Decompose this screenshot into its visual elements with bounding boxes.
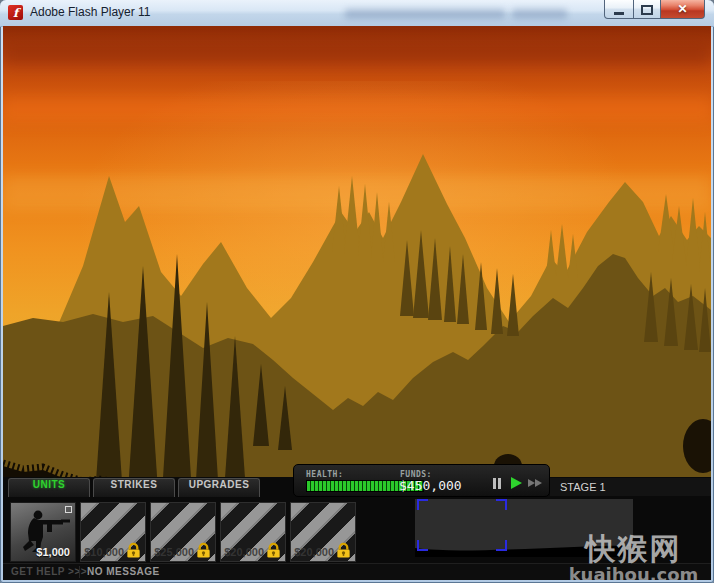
unit-price: $10,000 xyxy=(84,546,124,558)
pause-icon[interactable] xyxy=(493,478,501,489)
minimize-icon xyxy=(614,12,624,15)
message-text: NO MESSAGE xyxy=(87,566,160,577)
get-help-link[interactable]: GET HELP >>> xyxy=(11,566,87,577)
blurred-watermark xyxy=(345,9,505,19)
unit-slot-locked[interactable]: $20,000 xyxy=(220,502,286,562)
slot-indicator-icon xyxy=(65,506,72,513)
tab-units[interactable]: UNITS xyxy=(8,478,90,497)
flash-player-icon: f xyxy=(8,5,23,20)
blurred-watermark xyxy=(512,9,567,19)
unit-slot-locked[interactable]: $25,000 xyxy=(150,502,216,562)
lock-icon xyxy=(335,542,352,559)
stage-label: STAGE 1 xyxy=(550,478,711,496)
status-panel: HEALTH: FUNDS: $450,000 xyxy=(293,464,550,497)
minimap-graphics xyxy=(415,499,633,557)
unit-slot-soldier[interactable]: $1,000 xyxy=(10,502,76,562)
footer-bar: GET HELP >>> NO MESSAGE xyxy=(3,563,711,580)
tab-upgrades[interactable]: UPGRADES xyxy=(178,478,260,497)
close-icon: ✕ xyxy=(677,3,687,15)
lock-icon xyxy=(265,542,282,559)
unit-price: $20,000 xyxy=(224,546,264,558)
maximize-button[interactable] xyxy=(633,0,661,19)
unit-slot-locked[interactable]: $20,000 xyxy=(290,502,356,562)
health-label: HEALTH: xyxy=(306,470,343,479)
close-button[interactable]: ✕ xyxy=(660,0,705,19)
fast-forward-icon[interactable] xyxy=(528,479,542,487)
unit-price: $20,000 xyxy=(294,546,334,558)
play-icon[interactable] xyxy=(511,477,522,489)
lock-icon xyxy=(195,542,212,559)
unit-slot-locked[interactable]: $10,000 xyxy=(80,502,146,562)
minimap[interactable] xyxy=(415,499,633,557)
minimize-button[interactable] xyxy=(604,0,634,19)
lock-icon xyxy=(125,542,142,559)
unit-price: $25,000 xyxy=(154,546,194,558)
window-title: Adobe Flash Player 11 xyxy=(30,5,151,19)
tab-strikes[interactable]: STRIKES xyxy=(93,478,175,497)
unit-price: $1,000 xyxy=(36,546,70,558)
footer-divider xyxy=(79,566,80,578)
funds-value: $450,000 xyxy=(399,478,462,493)
flash-content: UNITS STRIKES UPGRADES HEALTH: FUNDS: $4… xyxy=(3,26,711,580)
flash-player-window: f Adobe Flash Player 11 ✕ xyxy=(0,0,714,583)
window-controls: ✕ xyxy=(604,0,705,19)
maximize-icon xyxy=(641,5,653,15)
titlebar[interactable]: f Adobe Flash Player 11 ✕ xyxy=(0,0,714,27)
